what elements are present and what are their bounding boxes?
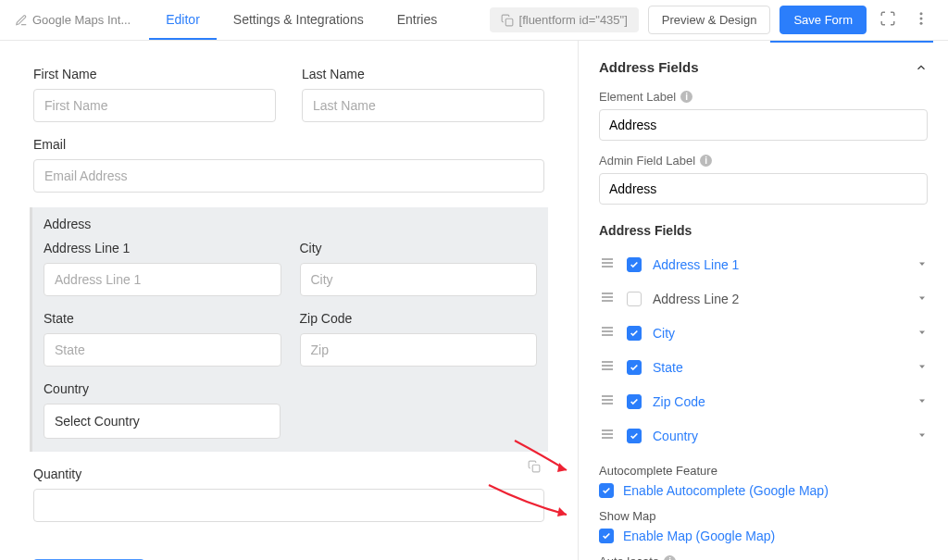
- form-canvas: First Name Last Name Email Address Addre…: [0, 41, 578, 560]
- address-field-row[interactable]: State: [599, 350, 928, 384]
- state-label: State: [44, 311, 281, 326]
- chevron-down-icon[interactable]: [917, 360, 928, 375]
- save-button[interactable]: Save Form: [780, 6, 867, 34]
- field-label: Address Line 2: [653, 292, 905, 306]
- svg-marker-24: [919, 399, 925, 403]
- quantity-label: Quantity: [33, 467, 544, 481]
- state-input[interactable]: [44, 333, 281, 367]
- last-name-label: Last Name: [302, 67, 544, 81]
- admin-label-input[interactable]: [599, 173, 928, 205]
- svg-marker-20: [919, 365, 925, 368]
- address-field-row[interactable]: Address Line 1: [599, 247, 928, 281]
- address-block[interactable]: Address Address Line 1 City State Zip Co…: [30, 207, 548, 452]
- email-input[interactable]: [33, 159, 544, 193]
- shortcode-text: [fluentform id="435"]: [519, 13, 628, 27]
- panel-title: Address Fields: [599, 59, 699, 75]
- drag-handle-icon[interactable]: [599, 290, 616, 307]
- admin-label-text: Admin Field Label i: [599, 154, 928, 168]
- first-name-label: First Name: [33, 67, 276, 81]
- field-label: Address Line 1: [653, 257, 905, 272]
- autocomplete-label: Enable Autocomplete (Google Map): [623, 483, 829, 498]
- breadcrumb[interactable]: Google Maps Int...: [15, 13, 149, 27]
- field-label: City: [653, 326, 905, 341]
- duplicate-icon[interactable]: [528, 460, 541, 476]
- drag-handle-icon[interactable]: [599, 392, 616, 410]
- chevron-down-icon[interactable]: [917, 326, 928, 341]
- copy-icon: [501, 14, 514, 27]
- field-label: Zip Code: [653, 394, 905, 409]
- addr1-label: Address Line 1: [44, 241, 281, 255]
- info-icon[interactable]: i: [664, 555, 676, 560]
- svg-marker-16: [919, 330, 925, 334]
- info-icon[interactable]: i: [680, 91, 692, 103]
- svg-point-1: [920, 12, 923, 15]
- address-field-row[interactable]: Country: [599, 418, 928, 453]
- element-label-input[interactable]: [599, 109, 928, 141]
- panel-header[interactable]: Address Fields: [579, 43, 948, 90]
- top-bar: Google Maps Int... Editor Settings & Int…: [0, 0, 948, 41]
- last-name-input[interactable]: [302, 89, 544, 122]
- svg-point-2: [920, 18, 923, 20]
- field-checkbox[interactable]: [627, 326, 642, 341]
- workspace: First Name Last Name Email Address Addre…: [0, 41, 948, 560]
- address-title: Address: [44, 217, 537, 231]
- info-icon[interactable]: i: [700, 155, 712, 167]
- tab-settings[interactable]: Settings & Integrations: [217, 1, 380, 40]
- country-select[interactable]: Select Country: [44, 404, 281, 439]
- top-right: [fluentform id="435"] Preview & Design S…: [490, 6, 933, 34]
- chevron-down-icon[interactable]: [917, 257, 928, 272]
- tab-entries[interactable]: Entries: [380, 1, 455, 40]
- chevron-down-icon[interactable]: [917, 292, 928, 306]
- city-label: City: [300, 241, 538, 255]
- shortcode-box[interactable]: [fluentform id="435"]: [490, 7, 639, 32]
- first-name-input[interactable]: [33, 89, 276, 122]
- address-field-row[interactable]: City: [599, 316, 928, 350]
- drag-handle-icon[interactable]: [599, 324, 616, 342]
- showmap-header: Show Map: [599, 509, 928, 523]
- country-label: Country: [44, 381, 281, 396]
- showmap-checkbox[interactable]: [599, 529, 614, 543]
- field-checkbox[interactable]: [627, 292, 642, 306]
- quantity-input[interactable]: [33, 489, 544, 522]
- fullscreen-button[interactable]: [876, 6, 900, 33]
- preview-button[interactable]: Preview & Design: [648, 6, 771, 34]
- field-checkbox[interactable]: [627, 394, 642, 409]
- field-label: Country: [653, 429, 905, 443]
- svg-marker-28: [919, 433, 925, 437]
- svg-marker-12: [919, 296, 925, 300]
- drag-handle-icon[interactable]: [599, 358, 616, 376]
- address-field-row[interactable]: Address Line 2: [599, 281, 928, 316]
- showmap-label: Enable Map (Google Map): [623, 529, 775, 543]
- svg-rect-0: [505, 19, 513, 26]
- address-field-row[interactable]: Zip Code: [599, 384, 928, 418]
- top-left: Google Maps Int... Editor Settings & Int…: [15, 1, 454, 40]
- showmap-check-row[interactable]: Enable Map (Google Map): [599, 529, 928, 543]
- svg-point-3: [920, 22, 923, 25]
- tab-editor[interactable]: Editor: [149, 1, 217, 40]
- field-checkbox[interactable]: [627, 257, 642, 272]
- element-label-text: Element Label i: [599, 90, 928, 104]
- svg-rect-4: [532, 465, 540, 472]
- field-checkbox[interactable]: [627, 360, 642, 375]
- email-label: Email: [33, 137, 544, 152]
- chevron-down-icon[interactable]: [917, 394, 928, 409]
- autocomplete-checkbox[interactable]: [599, 483, 614, 498]
- addr1-input[interactable]: [44, 263, 281, 296]
- svg-marker-8: [919, 262, 925, 266]
- zip-input[interactable]: [300, 333, 538, 367]
- fullscreen-icon: [879, 10, 896, 27]
- zip-label: Zip Code: [300, 311, 538, 326]
- drag-handle-icon[interactable]: [599, 427, 616, 444]
- field-checkbox[interactable]: [627, 429, 642, 443]
- autocomplete-check-row[interactable]: Enable Autocomplete (Google Map): [599, 483, 928, 498]
- autocomplete-header: Autocomplete Feature: [599, 464, 928, 478]
- more-button[interactable]: [909, 6, 933, 33]
- panel-body: Element Label i Admin Field Label i Addr…: [579, 90, 948, 560]
- autolocate-header: Auto locate i: [599, 554, 928, 560]
- chevron-down-icon[interactable]: [917, 429, 928, 443]
- drag-handle-icon[interactable]: [599, 255, 616, 273]
- city-input[interactable]: [300, 263, 538, 296]
- address-fields-header: Address Fields: [599, 223, 928, 238]
- pencil-icon: [15, 14, 28, 27]
- breadcrumb-text: Google Maps Int...: [32, 13, 131, 27]
